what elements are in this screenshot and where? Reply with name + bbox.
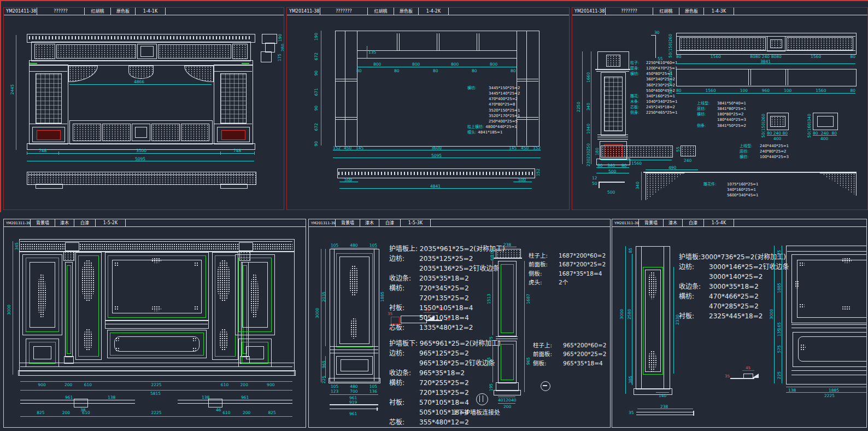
- note-value: 470*400*25=2: [489, 96, 518, 102]
- panel-frame: [341, 359, 368, 371]
- note-value: 3445*140*25=2: [489, 91, 520, 96]
- note-row: 帽头:4841*185=1: [467, 130, 520, 135]
- mullion-line: [748, 69, 749, 85]
- note-value: 2035*136*25=2钉收边条: [419, 264, 499, 273]
- note-label: [467, 108, 487, 113]
- titleblock-material: 漆木: [664, 219, 683, 227]
- dim-label: 80: [771, 55, 777, 59]
- note-row: 底枋:240*80*25=2: [740, 149, 789, 154]
- red-inlay: [37, 130, 61, 140]
- cad-canvas: YM201411-387 ?????? 红胡桃 原色板 1-4-1K 2445: [0, 0, 868, 431]
- note-value: 965*136*25=2钉收边条: [419, 358, 495, 368]
- dim-line: [498, 397, 515, 397]
- dim-label: 225: [777, 371, 782, 379]
- column-cutlist-lower: 柱子上:965*200*60=2 前面板:965*200*25=2 侧板:965…: [533, 341, 606, 368]
- cutlist-note: 雕花件:1075*160*25=1 340*160*25=1 5600*340*…: [703, 182, 758, 198]
- dim-label: 748: [233, 149, 241, 153]
- dim-label: 280: [281, 44, 284, 51]
- dentil-molding: [29, 36, 252, 39]
- note-value: 720*135*25=2: [419, 388, 469, 398]
- dim-label: 825: [20, 411, 61, 415]
- dim-label: 60: [490, 255, 495, 261]
- dim-line: [20, 381, 292, 382]
- sheet-1-5-4K: YM201311-393 背景墙 漆木 白漆 1-5-4K 3000 2580 …: [612, 219, 867, 428]
- titleblock-page: 1-4-3K: [704, 8, 734, 15]
- note-label: 横枋:: [697, 112, 715, 117]
- dim-label: 2250: [577, 102, 581, 112]
- titleblock-material: 漆木: [55, 219, 74, 227]
- dim-label: 145: [509, 146, 517, 150]
- dim-label: 1885: [380, 292, 385, 302]
- shelf-strip: [676, 69, 857, 86]
- note-value: 355*480*12=2: [419, 417, 469, 427]
- note-row: 3000*140*25=2: [679, 272, 789, 282]
- profile-line: [599, 182, 625, 183]
- dim-line: [524, 261, 525, 392]
- dim-label: 90: [314, 106, 319, 111]
- section-line: [178, 400, 292, 400]
- note-label: 衬板:: [679, 311, 707, 321]
- dim-label: 800: [451, 62, 459, 67]
- dim-label: 610: [71, 411, 101, 415]
- dim-label: 238: [503, 243, 511, 247]
- note-row: 收边条:2035*35*18=2: [389, 273, 505, 283]
- dim-label: 1687: [526, 294, 531, 304]
- stile-line: [357, 31, 357, 145]
- dim-label: 200: [242, 411, 251, 415]
- center-panel-inner: [135, 127, 147, 138]
- section-board: [636, 412, 694, 412]
- note-row: 侧板:1687*35*18=4: [529, 269, 606, 278]
- rail-line: [335, 119, 357, 120]
- symbol-bar: [483, 395, 483, 402]
- dim-tick: [58, 152, 59, 155]
- dim-label: 195: [489, 383, 494, 391]
- page-border-red-bottom: [0, 0, 868, 1]
- note-value: 245*245*18=2: [646, 104, 675, 110]
- dim-row: 105480105: [331, 385, 377, 389]
- drawing-line: [791, 375, 867, 375]
- drawing-line: [676, 36, 855, 37]
- drawing-line: [791, 370, 867, 371]
- titleblock-filler: [449, 8, 569, 15]
- lattice-panel: [220, 73, 247, 124]
- mullion-line: [437, 33, 437, 50]
- rounded-frame: [798, 336, 867, 362]
- ornament: [350, 318, 357, 339]
- dim-label: 260: [668, 34, 673, 42]
- drawer-front: [73, 124, 101, 141]
- molding-line: [597, 139, 628, 139]
- dim-label: 2225: [103, 383, 210, 387]
- titleblock-material: 红胡桃: [653, 8, 679, 15]
- note-value: 1687*200*25=2: [559, 260, 606, 269]
- titleblock-page: 1-5-3K: [401, 219, 431, 227]
- note-value: 3000*35*18=2: [709, 282, 759, 292]
- note-label: 横枋:: [467, 85, 487, 91]
- note-label: [703, 193, 725, 198]
- titleblock-filler: [734, 219, 866, 227]
- note-row: 180*440*25=3: [697, 117, 746, 123]
- note-value: 1335*480*12=2: [419, 323, 473, 333]
- note-row: 侧条:3841*50*25=2: [697, 123, 746, 129]
- dim-line: [20, 390, 292, 391]
- molding-profile: [743, 374, 753, 379]
- note-label: 收边条:: [389, 273, 418, 283]
- dim-row: 801560100960100156080: [676, 89, 855, 93]
- dim-label: 145: [356, 146, 363, 150]
- dim-label: 80: [394, 69, 400, 73]
- dim-label: 672: [314, 123, 319, 131]
- note-label: [467, 113, 487, 119]
- note-label: [697, 117, 715, 123]
- note-label: 横枋:: [630, 71, 644, 77]
- ornament: [648, 272, 656, 299]
- green-frame: [501, 264, 514, 333]
- dim-label: 340: [587, 103, 591, 110]
- connection-symbol: [476, 393, 488, 405]
- ornament: [81, 260, 95, 301]
- ornament: [800, 344, 806, 351]
- note-label: 横枋:: [679, 292, 707, 301]
- dim-label: 55: [676, 147, 681, 152]
- dim-label: 152: [536, 168, 541, 176]
- sheet-1-5-2K: YM201311-393 背景墙 漆木 白漆 1-5-2K: [3, 219, 306, 428]
- note-label: 柱子上:: [529, 251, 557, 260]
- drawing-line: [214, 124, 252, 124]
